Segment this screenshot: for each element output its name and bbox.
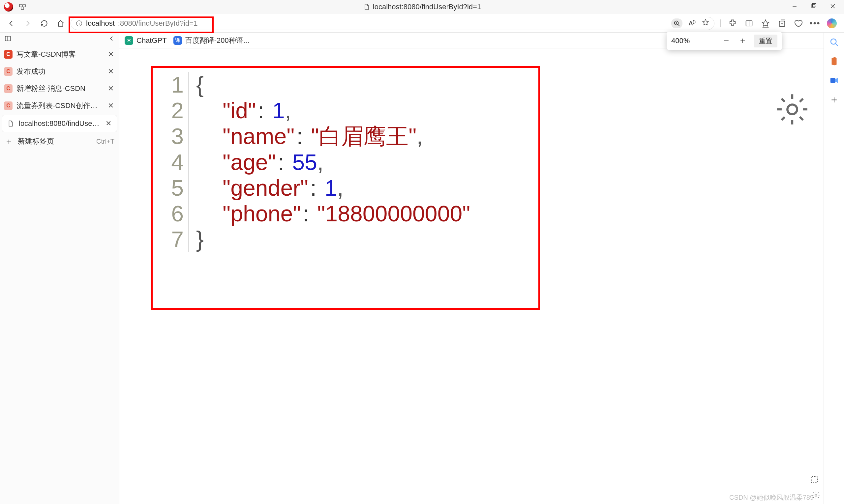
svg-point-24 — [787, 104, 797, 114]
json-value: "18800000000" — [317, 201, 470, 226]
vertical-tabs-panel: C 写文章-CSDN博客 ✕ C 发布成功 ✕ C 新增粉丝-消息-CSDN ✕… — [0, 33, 119, 504]
favorites-bar-item-label: ChatGPT — [137, 36, 167, 45]
json-brace-close: } — [196, 226, 204, 252]
page-icon — [363, 3, 370, 11]
copilot-icon[interactable] — [827, 18, 837, 28]
svg-point-27 — [831, 39, 836, 44]
vertical-tab-active[interactable]: localhost:8080/findUserById?id= ✕ — [2, 115, 117, 132]
collections-icon[interactable] — [777, 19, 787, 28]
json-key: "age" — [223, 149, 276, 175]
vertical-tab[interactable]: C 发布成功 ✕ — [0, 63, 119, 80]
favorites-bar-item[interactable]: 译 百度翻译-200种语... — [173, 36, 249, 46]
screenshot-icon[interactable] — [810, 475, 819, 486]
window-controls — [791, 3, 840, 11]
json-line: 4"age": 55, — [153, 149, 529, 175]
close-tab-button[interactable]: ✕ — [106, 50, 115, 59]
separator — [720, 19, 721, 28]
svg-rect-0 — [19, 4, 22, 7]
browser-toolbar: localhost:8080/findUserById?id=1 A)) ••• — [0, 14, 844, 33]
json-line: 3"name": "白眉鹰王", — [153, 123, 529, 149]
favicon-csdn-icon: C — [4, 84, 13, 93]
svg-point-26 — [815, 494, 817, 497]
zoom-indicator-icon[interactable] — [671, 18, 683, 28]
vertical-tab[interactable]: C 新增粉丝-消息-CSDN ✕ — [0, 80, 119, 97]
json-brace-open: { — [196, 72, 204, 97]
active-tab[interactable]: localhost:8080/findUserById?id=1 — [363, 3, 481, 11]
favicon-csdn-icon: C — [4, 102, 13, 110]
sidebar-office-icon[interactable] — [829, 56, 839, 66]
json-line: 1{ — [153, 72, 529, 97]
more-menu-icon[interactable]: ••• — [810, 19, 820, 28]
active-tab-title: localhost:8080/findUserById?id=1 — [373, 3, 481, 11]
favicon-csdn-icon: C — [4, 50, 13, 59]
json-viewer: 1{ 2"id": 1, 3"name": "白眉鹰王", 4"age": 55… — [151, 66, 540, 310]
sidebar-outlook-icon[interactable] — [829, 75, 839, 85]
favorite-star-icon[interactable] — [702, 18, 709, 28]
json-line: 5"gender": 1, — [153, 175, 529, 201]
close-tab-button[interactable]: ✕ — [106, 67, 115, 76]
forward-button[interactable] — [21, 17, 34, 30]
favorites-bar-item[interactable]: ✶ ChatGPT — [125, 36, 167, 45]
json-value: "白眉鹰王" — [311, 123, 416, 149]
vertical-tab-label: 写文章-CSDN博客 — [16, 49, 103, 59]
close-window-button[interactable] — [829, 3, 836, 11]
vertical-tab[interactable]: C 流量券列表-CSDN创作中心 ✕ — [0, 97, 119, 114]
json-viewer-settings-icon[interactable] — [774, 91, 810, 129]
performance-icon[interactable] — [794, 19, 803, 28]
address-bar[interactable]: localhost:8080/findUserById?id=1 A)) — [71, 17, 714, 30]
svg-rect-2 — [21, 7, 24, 10]
json-value: 1 — [272, 97, 285, 123]
svg-rect-1 — [23, 4, 25, 7]
line-number: 7 — [153, 226, 189, 252]
new-tab-button[interactable]: ＋ 新建标签页 Ctrl+T — [0, 133, 119, 150]
minimize-button[interactable] — [791, 3, 798, 11]
favorites-bar-item-label: 百度翻译-200种语... — [185, 36, 249, 46]
site-info-icon[interactable] — [75, 20, 83, 27]
line-number: 3 — [153, 123, 189, 149]
favicon-page-icon — [6, 119, 15, 128]
line-number: 2 — [153, 97, 189, 123]
home-button[interactable] — [54, 17, 67, 30]
json-comma: , — [285, 97, 291, 123]
vertical-tab-label: 发布成功 — [16, 67, 103, 76]
favicon-baidu-fanyi-icon: 译 — [173, 36, 182, 45]
line-number: 4 — [153, 149, 189, 175]
favorites-icon[interactable] — [761, 19, 770, 28]
close-tab-button[interactable]: ✕ — [106, 84, 115, 93]
favicon-csdn-icon: C — [4, 67, 13, 76]
refresh-button[interactable] — [38, 17, 51, 30]
maximize-button[interactable] — [810, 3, 817, 11]
page-settings-icon[interactable] — [812, 491, 820, 501]
json-comma: , — [317, 149, 323, 175]
json-comma: , — [337, 175, 344, 201]
close-tab-button[interactable]: ✕ — [104, 119, 113, 128]
read-aloud-icon[interactable]: A)) — [688, 19, 696, 27]
json-colon: : — [301, 201, 311, 226]
extensions-icon[interactable] — [728, 19, 737, 28]
workspaces-icon[interactable] — [18, 3, 27, 11]
svg-rect-22 — [5, 36, 11, 41]
zoom-in-button[interactable]: + — [737, 35, 748, 47]
zoom-reset-button[interactable]: 重置 — [754, 35, 777, 48]
split-screen-icon[interactable] — [744, 19, 754, 28]
new-tab-label: 新建标签页 — [18, 137, 54, 146]
json-key: "phone" — [223, 201, 301, 226]
svg-line-12 — [678, 24, 679, 26]
vertical-tab[interactable]: C 写文章-CSDN博客 ✕ — [0, 46, 119, 63]
back-button[interactable] — [5, 17, 18, 30]
svg-rect-29 — [830, 78, 835, 83]
json-colon: : — [308, 175, 318, 201]
line-number: 5 — [153, 175, 189, 201]
json-value: 55 — [292, 149, 317, 175]
profile-avatar[interactable] — [4, 2, 13, 12]
close-tab-button[interactable]: ✕ — [106, 102, 115, 110]
json-colon: : — [294, 123, 305, 149]
vertical-tabs-toggle-icon[interactable] — [4, 35, 12, 44]
collapse-panel-icon[interactable] — [108, 35, 116, 44]
json-value: 1 — [325, 175, 337, 201]
sidebar-search-icon[interactable] — [829, 37, 839, 47]
vertical-tab-label: 流量券列表-CSDN创作中心 — [16, 101, 103, 111]
svg-line-28 — [836, 43, 838, 46]
sidebar-add-icon[interactable]: ＋ — [829, 94, 839, 104]
zoom-out-button[interactable]: − — [721, 35, 732, 47]
